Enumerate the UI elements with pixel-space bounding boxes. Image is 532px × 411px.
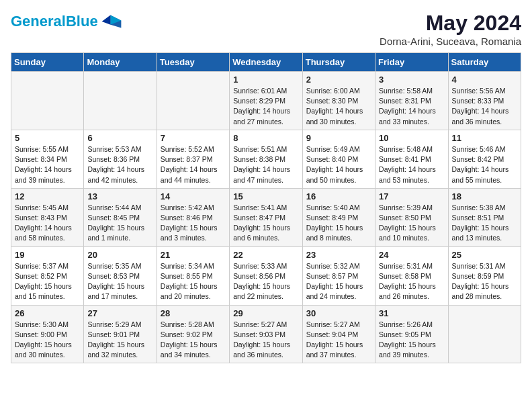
day-number: 30: [306, 308, 371, 318]
day-info: Sunrise: 5:35 AM Sunset: 8:53 PM Dayligh…: [87, 261, 152, 302]
day-number: 25: [452, 250, 517, 260]
week-row-1: 1Sunrise: 6:01 AM Sunset: 8:29 PM Daylig…: [11, 72, 521, 130]
calendar-cell: 20Sunrise: 5:35 AM Sunset: 8:53 PM Dayli…: [84, 246, 157, 305]
day-number: 11: [452, 133, 517, 143]
page-header: GeneralBlue May 2024 Dorna-Arini, Suceav…: [11, 11, 521, 47]
calendar-cell: [448, 305, 521, 363]
svg-marker-2: [101, 15, 110, 24]
day-info: Sunrise: 5:28 AM Sunset: 9:02 PM Dayligh…: [161, 320, 226, 361]
column-header-thursday: Thursday: [302, 53, 375, 72]
calendar-cell: 28Sunrise: 5:28 AM Sunset: 9:02 PM Dayli…: [157, 305, 229, 363]
calendar-cell: 2Sunrise: 6:00 AM Sunset: 8:30 PM Daylig…: [302, 72, 375, 130]
day-number: 12: [15, 191, 80, 201]
week-row-2: 5Sunrise: 5:55 AM Sunset: 8:34 PM Daylig…: [11, 130, 521, 188]
day-info: Sunrise: 5:48 AM Sunset: 8:41 PM Dayligh…: [379, 144, 444, 185]
calendar-cell: 14Sunrise: 5:42 AM Sunset: 8:46 PM Dayli…: [157, 188, 229, 246]
day-info: Sunrise: 5:45 AM Sunset: 8:43 PM Dayligh…: [15, 203, 80, 244]
day-info: Sunrise: 6:00 AM Sunset: 8:30 PM Dayligh…: [306, 86, 371, 127]
day-info: Sunrise: 6:01 AM Sunset: 8:29 PM Dayligh…: [233, 86, 298, 127]
calendar-cell: [11, 72, 84, 130]
day-info: Sunrise: 5:53 AM Sunset: 8:36 PM Dayligh…: [87, 144, 152, 185]
day-number: 26: [15, 308, 80, 318]
day-number: 19: [15, 250, 80, 260]
day-info: Sunrise: 5:31 AM Sunset: 8:58 PM Dayligh…: [379, 261, 444, 302]
day-info: Sunrise: 5:29 AM Sunset: 9:01 PM Dayligh…: [87, 320, 152, 361]
day-info: Sunrise: 5:58 AM Sunset: 8:31 PM Dayligh…: [379, 86, 444, 127]
day-number: 7: [161, 133, 226, 143]
calendar-table: SundayMondayTuesdayWednesdayThursdayFrid…: [11, 52, 521, 363]
day-number: 6: [87, 133, 152, 143]
calendar-cell: [84, 72, 157, 130]
calendar-cell: 1Sunrise: 6:01 AM Sunset: 8:29 PM Daylig…: [230, 72, 302, 130]
day-info: Sunrise: 5:55 AM Sunset: 8:34 PM Dayligh…: [15, 144, 80, 185]
calendar-body: 1Sunrise: 6:01 AM Sunset: 8:29 PM Daylig…: [11, 72, 521, 363]
day-info: Sunrise: 5:46 AM Sunset: 8:42 PM Dayligh…: [452, 144, 517, 185]
day-info: Sunrise: 5:32 AM Sunset: 8:57 PM Dayligh…: [306, 261, 371, 302]
day-number: 9: [306, 133, 371, 143]
calendar-cell: 17Sunrise: 5:39 AM Sunset: 8:50 PM Dayli…: [375, 188, 448, 246]
calendar-cell: 3Sunrise: 5:58 AM Sunset: 8:31 PM Daylig…: [375, 72, 448, 130]
column-header-friday: Friday: [375, 53, 448, 72]
calendar-cell: 8Sunrise: 5:51 AM Sunset: 8:38 PM Daylig…: [230, 130, 302, 188]
day-info: Sunrise: 5:38 AM Sunset: 8:51 PM Dayligh…: [452, 203, 517, 244]
title-block: May 2024 Dorna-Arini, Suceava, Romania: [380, 11, 521, 47]
month-title: May 2024: [380, 11, 521, 36]
day-number: 21: [161, 250, 226, 260]
day-info: Sunrise: 5:34 AM Sunset: 8:55 PM Dayligh…: [161, 261, 226, 302]
calendar-cell: 29Sunrise: 5:27 AM Sunset: 9:03 PM Dayli…: [230, 305, 302, 363]
day-info: Sunrise: 5:56 AM Sunset: 8:33 PM Dayligh…: [452, 86, 517, 127]
calendar-cell: 12Sunrise: 5:45 AM Sunset: 8:43 PM Dayli…: [11, 188, 84, 246]
day-info: Sunrise: 5:42 AM Sunset: 8:46 PM Dayligh…: [161, 203, 226, 244]
calendar-cell: 10Sunrise: 5:48 AM Sunset: 8:41 PM Dayli…: [375, 130, 448, 188]
calendar-cell: 9Sunrise: 5:49 AM Sunset: 8:40 PM Daylig…: [302, 130, 375, 188]
day-info: Sunrise: 5:26 AM Sunset: 9:05 PM Dayligh…: [379, 320, 444, 361]
day-number: 22: [233, 250, 298, 260]
calendar-cell: 22Sunrise: 5:33 AM Sunset: 8:56 PM Dayli…: [230, 246, 302, 305]
calendar-cell: 4Sunrise: 5:56 AM Sunset: 8:33 PM Daylig…: [448, 72, 521, 130]
day-number: 2: [306, 75, 371, 85]
day-info: Sunrise: 5:27 AM Sunset: 9:04 PM Dayligh…: [306, 320, 371, 361]
day-info: Sunrise: 5:37 AM Sunset: 8:52 PM Dayligh…: [15, 261, 80, 302]
logo-general: General: [11, 13, 66, 30]
day-number: 14: [161, 191, 226, 201]
day-info: Sunrise: 5:30 AM Sunset: 9:00 PM Dayligh…: [15, 320, 80, 361]
calendar-cell: 13Sunrise: 5:44 AM Sunset: 8:45 PM Dayli…: [84, 188, 157, 246]
calendar-cell: 23Sunrise: 5:32 AM Sunset: 8:57 PM Dayli…: [302, 246, 375, 305]
column-header-sunday: Sunday: [11, 53, 84, 72]
day-info: Sunrise: 5:52 AM Sunset: 8:37 PM Dayligh…: [161, 144, 226, 185]
day-number: 10: [379, 133, 444, 143]
day-number: 28: [161, 308, 226, 318]
calendar-cell: [157, 72, 229, 130]
day-number: 3: [379, 75, 444, 85]
subtitle: Dorna-Arini, Suceava, Romania: [380, 36, 521, 47]
week-row-3: 12Sunrise: 5:45 AM Sunset: 8:43 PM Dayli…: [11, 188, 521, 246]
logo: GeneralBlue: [11, 11, 122, 32]
calendar-cell: 15Sunrise: 5:41 AM Sunset: 8:47 PM Dayli…: [230, 188, 302, 246]
logo-text: GeneralBlue: [11, 14, 98, 29]
calendar-cell: 30Sunrise: 5:27 AM Sunset: 9:04 PM Dayli…: [302, 305, 375, 363]
day-number: 17: [379, 191, 444, 201]
column-header-tuesday: Tuesday: [157, 53, 229, 72]
day-info: Sunrise: 5:41 AM Sunset: 8:47 PM Dayligh…: [233, 203, 298, 244]
calendar-cell: 26Sunrise: 5:30 AM Sunset: 9:00 PM Dayli…: [11, 305, 84, 363]
day-info: Sunrise: 5:27 AM Sunset: 9:03 PM Dayligh…: [233, 320, 298, 361]
calendar-cell: 24Sunrise: 5:31 AM Sunset: 8:58 PM Dayli…: [375, 246, 448, 305]
day-number: 18: [452, 191, 517, 201]
calendar-cell: 25Sunrise: 5:31 AM Sunset: 8:59 PM Dayli…: [448, 246, 521, 305]
day-number: 31: [379, 308, 444, 318]
logo-icon: [101, 11, 122, 32]
calendar-cell: 19Sunrise: 5:37 AM Sunset: 8:52 PM Dayli…: [11, 246, 84, 305]
day-number: 1: [233, 75, 298, 85]
day-info: Sunrise: 5:33 AM Sunset: 8:56 PM Dayligh…: [233, 261, 298, 302]
day-info: Sunrise: 5:51 AM Sunset: 8:38 PM Dayligh…: [233, 144, 298, 185]
day-number: 20: [87, 250, 152, 260]
calendar-cell: 16Sunrise: 5:40 AM Sunset: 8:49 PM Dayli…: [302, 188, 375, 246]
day-info: Sunrise: 5:39 AM Sunset: 8:50 PM Dayligh…: [379, 203, 444, 244]
day-number: 27: [87, 308, 152, 318]
day-number: 4: [452, 75, 517, 85]
day-info: Sunrise: 5:49 AM Sunset: 8:40 PM Dayligh…: [306, 144, 371, 185]
day-number: 24: [379, 250, 444, 260]
day-info: Sunrise: 5:40 AM Sunset: 8:49 PM Dayligh…: [306, 203, 371, 244]
calendar-cell: 27Sunrise: 5:29 AM Sunset: 9:01 PM Dayli…: [84, 305, 157, 363]
day-number: 5: [15, 133, 80, 143]
